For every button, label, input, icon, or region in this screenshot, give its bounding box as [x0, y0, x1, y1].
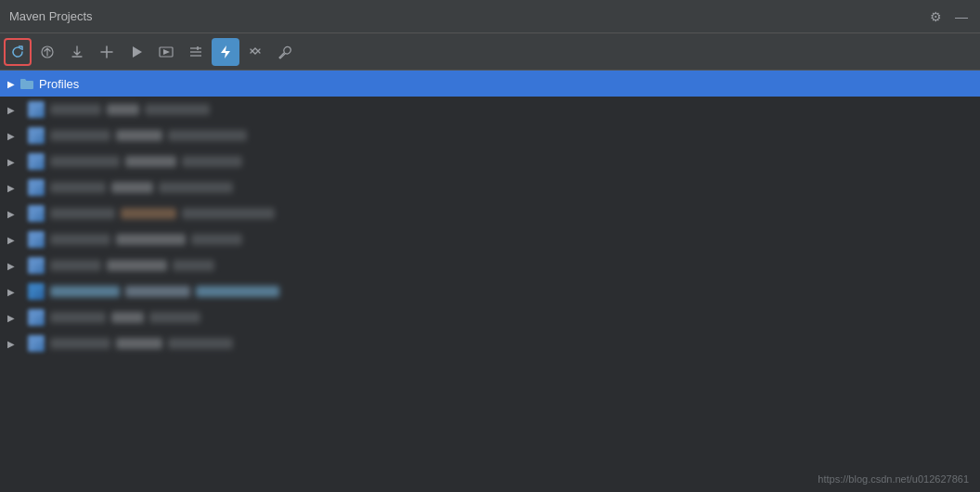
maven-settings-button[interactable]	[271, 38, 299, 66]
profiles-tree-row[interactable]: ▶ Profiles	[0, 71, 980, 97]
add-button[interactable]	[93, 38, 121, 66]
title-bar-left: Maven Projects	[9, 9, 93, 23]
list-item[interactable]: ▶	[0, 149, 980, 175]
title-bar: Maven Projects ⚙ —	[0, 0, 980, 33]
profiles-arrow: ▶	[4, 76, 19, 91]
gear-icon: ⚙	[930, 9, 942, 24]
add-icon	[99, 45, 114, 59]
toggle-skip-tests-button[interactable]	[182, 38, 210, 66]
list-item[interactable]: ▶	[0, 330, 980, 356]
profiles-label: Profiles	[39, 77, 79, 91]
toolbar	[0, 33, 980, 71]
watermark: https://blog.csdn.net/u012627861	[818, 473, 969, 485]
download-button[interactable]	[63, 38, 91, 66]
refresh-button[interactable]	[4, 38, 32, 66]
execute-goal-button[interactable]	[212, 38, 239, 66]
svg-marker-1	[133, 46, 142, 58]
folder-svg	[19, 76, 34, 91]
minimize-icon-btn[interactable]: —	[952, 7, 971, 26]
refresh-icon	[10, 45, 25, 59]
toggle-icon	[188, 45, 203, 59]
list-item[interactable]: ▶	[0, 304, 980, 330]
list-item[interactable]: ▶	[0, 227, 980, 252]
collapse-all-button[interactable]	[241, 38, 269, 66]
wrench-icon	[277, 45, 292, 59]
run-button[interactable]	[122, 38, 150, 66]
tree-panel: ▶ Profiles ▶ ▶ ▶ ▶ ▶	[0, 71, 980, 492]
bolt-icon	[218, 45, 233, 59]
minimize-icon: —	[955, 9, 968, 24]
list-item[interactable]: ▶	[0, 252, 980, 278]
gear-icon-btn[interactable]: ⚙	[926, 7, 945, 26]
generate-sources-button[interactable]	[33, 38, 61, 66]
list-item[interactable]: ▶	[0, 123, 980, 149]
window-title: Maven Projects	[9, 9, 93, 23]
generate-sources-icon	[40, 45, 55, 59]
collapse-all-icon	[248, 45, 263, 59]
list-item[interactable]: ▶	[0, 201, 980, 227]
list-item[interactable]: ▶	[0, 175, 980, 201]
run-config-button[interactable]	[152, 38, 180, 66]
download-icon	[70, 45, 84, 59]
run-icon	[129, 45, 144, 59]
list-item[interactable]: ▶	[0, 97, 980, 123]
list-item[interactable]: ▶	[0, 278, 980, 304]
svg-marker-3	[163, 49, 170, 55]
title-bar-actions: ⚙ —	[926, 7, 971, 26]
run-config-icon	[159, 45, 174, 59]
folder-icon	[19, 75, 35, 92]
svg-marker-8	[221, 45, 230, 58]
